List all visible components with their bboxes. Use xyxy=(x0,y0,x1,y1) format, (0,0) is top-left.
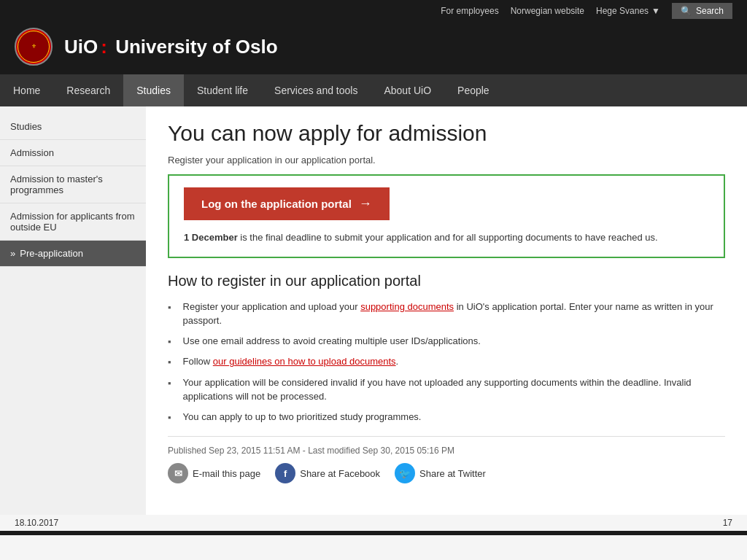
instructions-list: Register your application and upload you… xyxy=(168,300,725,425)
page-meta: 18.10.2017 17 xyxy=(0,515,747,531)
list-item: Register your application and upload you… xyxy=(168,300,725,328)
deadline-description: is the final deadline to submit your app… xyxy=(238,232,658,243)
list-item: Use one email address to avoid creating … xyxy=(168,334,725,349)
deadline-date: 1 December xyxy=(184,232,238,243)
facebook-share-label: Share at Facebook xyxy=(300,468,380,479)
supporting-documents-link[interactable]: supporting documents xyxy=(360,301,454,312)
sidebar: Studies Admission Admission to master's … xyxy=(0,106,146,515)
portal-btn-label: Log on the application portal xyxy=(201,198,352,210)
facebook-icon: f xyxy=(275,463,295,483)
list-item: You can apply to up to two prioritized s… xyxy=(168,410,725,425)
share-row: ✉ E-mail this page f Share at Facebook 🐦… xyxy=(168,463,725,483)
university-name: University of Oslo xyxy=(115,36,278,58)
list-item: Follow our guidelines on how to upload d… xyxy=(168,354,725,370)
main-nav: Home Research Studies Student life Servi… xyxy=(0,74,747,106)
content-wrapper: Studies Admission Admission to master's … xyxy=(0,106,747,515)
email-share[interactable]: ✉ E-mail this page xyxy=(168,463,260,483)
sidebar-item-studies[interactable]: Studies xyxy=(0,114,146,140)
user-name: Hege Svanes xyxy=(596,6,649,16)
sidebar-item-admission-masters[interactable]: Admission to master's programmes xyxy=(0,166,146,203)
chevron-down-icon: ▼ xyxy=(651,6,660,16)
norwegian-website-link[interactable]: Norwegian website xyxy=(511,6,584,16)
how-to-register-title: How to register in our application porta… xyxy=(168,273,725,289)
logo-emblem: ⚜ xyxy=(18,31,50,63)
twitter-share[interactable]: 🐦 Share at Twitter xyxy=(395,463,486,483)
for-employees-link[interactable]: For employees xyxy=(441,6,498,16)
nav-research[interactable]: Research xyxy=(53,74,123,106)
arrow-icon: → xyxy=(359,196,372,211)
twitter-share-label: Share at Twitter xyxy=(419,468,486,479)
email-icon: ✉ xyxy=(168,463,188,483)
user-menu[interactable]: Hege Svanes ▼ xyxy=(596,6,660,16)
search-label: Search xyxy=(696,6,724,16)
nav-about-uio[interactable]: About UiO xyxy=(371,74,444,106)
university-logo[interactable]: ⚜ xyxy=(15,28,53,66)
twitter-icon: 🐦 xyxy=(395,463,415,483)
page-date: 18.10.2017 xyxy=(15,518,58,528)
application-portal-box: Log on the application portal → 1 Decemb… xyxy=(168,174,725,258)
logo-colon: : xyxy=(101,36,107,58)
uio-text: UiO xyxy=(64,36,98,58)
site-title: UiO: University of Oslo xyxy=(64,36,278,58)
facebook-share[interactable]: f Share at Facebook xyxy=(275,463,380,483)
sidebar-item-admission[interactable]: Admission xyxy=(0,140,146,166)
published-text: Published Sep 23, 2015 11:51 AM - Last m… xyxy=(168,446,725,456)
top-bar: For employees Norwegian website Hege Sva… xyxy=(0,0,747,22)
search-icon: 🔍 xyxy=(681,6,692,16)
main-content: You can now apply for admission Register… xyxy=(146,106,747,515)
upload-guidelines-link[interactable]: our guidelines on how to upload document… xyxy=(213,356,396,367)
bottom-bar xyxy=(0,531,747,535)
search-button[interactable]: 🔍 Search xyxy=(672,3,732,19)
page-number: 17 xyxy=(723,518,732,528)
nav-people[interactable]: People xyxy=(444,74,503,106)
site-header: ⚜ UiO: University of Oslo xyxy=(0,22,747,74)
page-title: You can now apply for admission xyxy=(168,121,725,146)
page-footer: Published Sep 23, 2015 11:51 AM - Last m… xyxy=(168,436,725,491)
nav-home[interactable]: Home xyxy=(0,74,53,106)
list-item: Your application will be considered inva… xyxy=(168,376,725,404)
log-on-portal-button[interactable]: Log on the application portal → xyxy=(184,187,390,220)
page-subtitle: Register your application in our applica… xyxy=(168,155,725,166)
nav-services-tools[interactable]: Services and tools xyxy=(261,74,371,106)
email-share-label: E-mail this page xyxy=(193,468,260,479)
sidebar-item-admission-outside-eu[interactable]: Admission for applicants from outside EU xyxy=(0,203,146,241)
sidebar-item-pre-application[interactable]: Pre-application xyxy=(0,241,146,267)
nav-student-life[interactable]: Student life xyxy=(184,74,261,106)
deadline-text: 1 December is the final deadline to subm… xyxy=(184,230,709,245)
nav-studies[interactable]: Studies xyxy=(123,74,184,106)
